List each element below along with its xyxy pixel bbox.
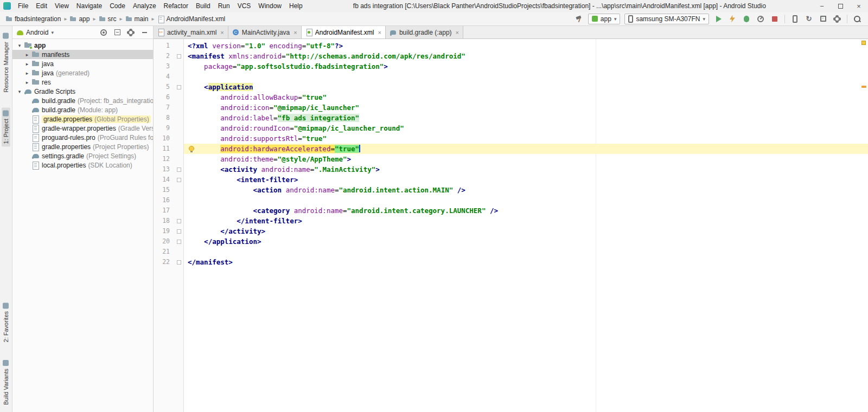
code-line-5[interactable]: 5 <application — [154, 82, 868, 92]
fold-marker-icon[interactable] — [177, 219, 181, 223]
sdk-manager-button[interactable] — [816, 13, 829, 25]
tree-item-gradle-properties-global-properties[interactable]: gradle.properties(Global Properties) — [12, 114, 153, 124]
tool-button-2-favorites[interactable]: 2: Favorites — [2, 300, 10, 345]
project-panel-actions — [99, 28, 150, 37]
fold-marker-icon[interactable] — [177, 54, 181, 59]
tab-build-gradle-app[interactable]: build.gradle (:app)× — [386, 26, 463, 38]
warning-stripe-mark[interactable] — [861, 86, 866, 88]
search-everywhere-button[interactable] — [851, 13, 864, 25]
code-line-15[interactable]: 15 <action android:name="android.intent.… — [154, 185, 868, 195]
profile-button[interactable] — [754, 13, 767, 25]
tree-item-manifests[interactable]: ▸manifests — [12, 50, 153, 59]
avd-manager-button[interactable] — [788, 13, 801, 25]
close-tab-icon[interactable]: × — [220, 29, 224, 36]
breadcrumb-item-fbadsintegration[interactable]: fbadsintegration — [4, 15, 62, 23]
code-line-9[interactable]: 9 android:roundIcon="@mipmap/ic_launcher… — [154, 123, 868, 133]
menu-code[interactable]: Code — [106, 1, 129, 11]
apply-changes-button[interactable] — [726, 13, 739, 25]
close-button[interactable]: × — [850, 0, 868, 12]
tree-item-java-generated[interactable]: ▸java(generated) — [12, 68, 153, 78]
tree-item-settings-gradle-project-settings[interactable]: settings.gradle(Project Settings) — [12, 151, 153, 160]
code-line-3[interactable]: 3 package="app.softsolstudio.fbadsintegr… — [154, 61, 868, 72]
breadcrumb-item-main[interactable]: main — [124, 15, 150, 23]
fold-marker-icon[interactable] — [177, 168, 181, 172]
sync-gradle-button[interactable]: ↻ — [802, 13, 815, 25]
close-tab-icon[interactable]: × — [456, 29, 459, 36]
code-line-19[interactable]: 19 </activity> — [154, 226, 868, 236]
run-config-select[interactable]: app ▾ — [588, 14, 621, 24]
close-tab-icon[interactable]: × — [293, 29, 297, 36]
tree-item-build-gradle-project-fb-ads-integration[interactable]: build.gradle(Project: fb_ads_integration… — [12, 96, 153, 105]
menu-vcs[interactable]: VCS — [234, 1, 255, 11]
tool-button-resource-manager[interactable]: Resource Manager — [2, 30, 10, 95]
fold-column — [175, 41, 184, 51]
menu-file[interactable]: File — [14, 1, 32, 11]
collapse-all-button[interactable] — [113, 28, 122, 37]
tree-item-res[interactable]: ▸res — [12, 78, 153, 87]
menu-help[interactable]: Help — [285, 1, 307, 11]
tree-item-proguard-rules-pro-proguard-rules-for-app[interactable]: proguard-rules.pro(ProGuard Rules for ap… — [12, 133, 153, 142]
panel-settings-button[interactable] — [126, 28, 135, 37]
breadcrumb-item-src[interactable]: src — [98, 15, 118, 23]
run-button[interactable] — [712, 13, 725, 25]
fold-marker-icon[interactable] — [177, 229, 181, 234]
maximize-button[interactable] — [831, 0, 850, 12]
code-line-2[interactable]: 2<manifest xmlns:android="http://schemas… — [154, 51, 868, 61]
stop-button[interactable] — [768, 13, 781, 25]
code-line-18[interactable]: 18 </intent-filter> — [154, 216, 868, 226]
code-line-6[interactable]: 6 android:allowBackup="true" — [154, 92, 868, 102]
tool-button-1-project[interactable]: 1: Project — [2, 107, 10, 146]
code-line-4[interactable]: 4 — [154, 72, 868, 82]
menu-run[interactable]: Run — [214, 1, 234, 11]
project-view-selector[interactable]: Android ▾ — [17, 29, 54, 36]
code-line-7[interactable]: 7 android:icon="@mipmap/ic_launcher" — [154, 102, 868, 113]
tree-item-app[interactable]: ▾app — [12, 41, 153, 50]
menu-analyze[interactable]: Analyze — [129, 1, 160, 11]
tab-androidmanifest-xml[interactable]: AndroidManifest.xml× — [302, 26, 386, 38]
tab-mainactivity-java[interactable]: MainActivity.java× — [228, 26, 302, 38]
tree-item-gradle-wrapper-properties-gradle-version[interactable]: gradle-wrapper.properties(Gradle Version… — [12, 124, 153, 133]
code-line-17[interactable]: 17 <category android:name="android.inten… — [154, 205, 868, 216]
breadcrumb-item-app[interactable]: app — [68, 15, 91, 23]
tree-item-build-gradle-module-app[interactable]: build.gradle(Module: app) — [12, 105, 153, 114]
intention-bulb-icon[interactable] — [189, 146, 194, 151]
menu-view[interactable]: View — [51, 1, 73, 11]
code-line-20[interactable]: 20 </application> — [154, 236, 868, 247]
tab-activity-main-xml[interactable]: activity_main.xml× — [154, 26, 228, 38]
code-line-8[interactable]: 8 android:label="fb ads integration" — [154, 113, 868, 123]
tool-button-build-variants[interactable]: Build Variants — [2, 357, 10, 408]
code-line-12[interactable]: 12 android:theme="@style/AppTheme"> — [154, 154, 868, 164]
code-line-10[interactable]: 10 android:supportsRtl="true" — [154, 133, 868, 144]
device-select[interactable]: samsung SM-A307FN ▾ — [624, 14, 709, 24]
code-line-11[interactable]: 11 android:hardwareAccelerated="true" — [154, 144, 868, 154]
close-tab-icon[interactable]: × — [378, 29, 381, 36]
hide-panel-button[interactable] — [140, 28, 149, 37]
project-structure-button[interactable] — [831, 13, 844, 25]
editor[interactable]: 1<?xml version="1.0" encoding="utf-8"?>2… — [154, 39, 868, 412]
fold-marker-icon[interactable] — [177, 178, 181, 182]
tree-item-local-properties-sdk-location[interactable]: local.properties(SDK Location) — [12, 160, 153, 170]
code-line-14[interactable]: 14 <intent-filter> — [154, 175, 868, 185]
tree-item-gradle-scripts[interactable]: ▾Gradle Scripts — [12, 87, 153, 96]
menu-window[interactable]: Window — [254, 1, 285, 11]
breadcrumb-item-androidmanifest-xml[interactable]: AndroidManifest.xml — [156, 15, 227, 23]
minimize-button[interactable]: − — [813, 0, 831, 12]
fold-marker-icon[interactable] — [177, 85, 181, 89]
fold-marker-icon[interactable] — [177, 240, 181, 244]
build-project-button[interactable] — [572, 13, 585, 25]
locate-file-button[interactable] — [99, 28, 108, 37]
menu-build[interactable]: Build — [192, 1, 214, 11]
menu-navigate[interactable]: Navigate — [73, 1, 106, 11]
menu-edit[interactable]: Edit — [32, 1, 51, 11]
tree-item-gradle-properties-project-properties[interactable]: gradle.properties(Project Properties) — [12, 142, 153, 151]
fold-marker-icon[interactable] — [177, 260, 181, 265]
code-line-21[interactable]: 21 — [154, 247, 868, 257]
inspection-indicator-icon[interactable] — [861, 41, 866, 45]
code-line-1[interactable]: 1<?xml version="1.0" encoding="utf-8"?> — [154, 41, 868, 51]
debug-button[interactable] — [740, 13, 753, 25]
tree-item-java[interactable]: ▸java — [12, 59, 153, 68]
menu-refactor[interactable]: Refactor — [160, 1, 192, 11]
code-line-16[interactable]: 16 — [154, 195, 868, 205]
code-line-13[interactable]: 13 <activity android:name=".MainActivity… — [154, 164, 868, 175]
code-line-22[interactable]: 22</manifest> — [154, 257, 868, 267]
